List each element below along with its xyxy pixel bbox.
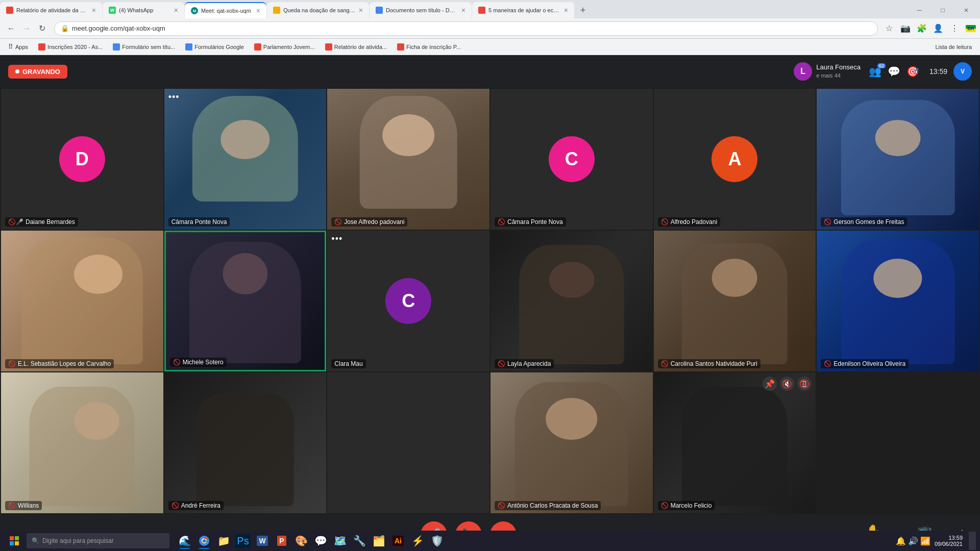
video-cell-marcelo: 📌 🔇 📵 🚫 Marcelo Felicio bbox=[654, 372, 816, 513]
profile-icon[interactable]: 👤 bbox=[931, 21, 945, 36]
taskbar-notifications-icon[interactable]: 🔔 bbox=[896, 536, 906, 546]
muted-icon-daiane: 🚫🎤 bbox=[8, 218, 23, 226]
taskbar-discord-app[interactable]: 💬 bbox=[311, 532, 330, 550]
tab-3-close[interactable]: × bbox=[256, 7, 260, 15]
muted-icon-andre: 🚫 bbox=[172, 502, 179, 509]
activities-icon[interactable]: 🎯 bbox=[906, 65, 919, 78]
bookmark-4[interactable]: Parlamento Jovem... bbox=[250, 41, 319, 53]
muted-icon-marcelo: 🚫 bbox=[661, 502, 669, 509]
recording-badge: GRAVANDO bbox=[8, 65, 67, 79]
taskbar-explorer-app[interactable]: 📁 bbox=[214, 532, 233, 550]
taskbar-powerpoint-app[interactable]: P bbox=[273, 532, 291, 550]
topbar-icons: 👥 62 💬 🎯 13:59 V bbox=[869, 62, 972, 81]
taskbar-word-app[interactable]: W bbox=[253, 532, 272, 550]
bookmark-1[interactable]: Inscrições 2020 - As... bbox=[34, 41, 107, 53]
bookmark-star-icon[interactable]: ☆ bbox=[882, 21, 896, 36]
avatar-daiane: D bbox=[59, 136, 105, 182]
video-off-icon[interactable]: 📵 bbox=[797, 377, 812, 391]
forward-button[interactable]: → bbox=[19, 21, 34, 36]
more-dots-camara1[interactable]: ••• bbox=[168, 92, 180, 103]
tab-5[interactable]: Documento sem título - Docum... × bbox=[370, 2, 472, 18]
muted-icon-carolina: 🚫 bbox=[661, 360, 669, 367]
bookmark-apps[interactable]: ⠿ Apps bbox=[4, 41, 32, 53]
minimize-button[interactable]: ─ bbox=[908, 2, 931, 18]
nav-icons: ☆ 📷 🧩 👤 ⋮ bbox=[882, 21, 962, 36]
taskbar-maps-app[interactable]: 🗺️ bbox=[331, 532, 349, 550]
tab-5-close[interactable]: × bbox=[461, 6, 465, 14]
avatar-camara2: C bbox=[549, 136, 595, 182]
back-button[interactable]: ← bbox=[4, 21, 18, 36]
chrome-icon bbox=[199, 536, 209, 546]
label-alfredo: 🚫 Alfredo Padovani bbox=[658, 217, 720, 227]
label-clara: Clara Mau bbox=[331, 359, 365, 368]
tab-6-close[interactable]: × bbox=[564, 6, 568, 14]
search-magnifier-icon: 🔍 bbox=[32, 537, 39, 544]
tab-1[interactable]: Relatório de atividade da equipe - × bbox=[0, 2, 102, 18]
tab-1-title: Relatório de atividade da equipe - bbox=[16, 7, 89, 13]
muted-icon-gerson: 🚫 bbox=[824, 218, 831, 226]
close-window-button[interactable]: × bbox=[954, 2, 978, 18]
tab-2[interactable]: W (4) WhatsApp × bbox=[103, 2, 184, 18]
host-name: Laura Fonseca bbox=[816, 63, 861, 72]
taskbar-illustrator-app[interactable]: Ai bbox=[389, 532, 407, 550]
taskbar-files-app[interactable]: 🗂️ bbox=[370, 532, 388, 550]
host-info: L Laura Fonseca e mais 44 bbox=[794, 62, 861, 81]
bookmark-reading-list[interactable]: Lista de leitura bbox=[931, 41, 976, 53]
tab-4-close[interactable]: × bbox=[359, 6, 363, 14]
bookmark-3[interactable]: Formulários Google bbox=[181, 41, 248, 53]
start-button[interactable] bbox=[4, 531, 24, 551]
label-willians: 🚫 Willians bbox=[5, 501, 42, 510]
extensions-icon[interactable]: 🧩 bbox=[915, 21, 929, 36]
show-desktop-button[interactable] bbox=[969, 532, 976, 550]
video-cell-clara: C ••• Clara Mau bbox=[327, 231, 489, 371]
label-layla: 🚫 Layla Aparecida bbox=[495, 359, 554, 368]
tab-2-close[interactable]: × bbox=[174, 6, 178, 14]
settings-icon[interactable]: ⋮ bbox=[947, 21, 962, 36]
taskbar-app13[interactable]: ⚡ bbox=[408, 532, 427, 550]
muted-icon-layla: 🚫 bbox=[498, 360, 505, 367]
pin-icon[interactable]: 📌 bbox=[763, 377, 777, 391]
bookmark-2[interactable]: Formulário sem títu... bbox=[109, 41, 179, 53]
tab-4[interactable]: Queda na doação de sangue de- × bbox=[267, 2, 369, 18]
bookmarks-bar: ⠿ Apps Inscrições 2020 - As... Formulári… bbox=[0, 39, 980, 55]
bookmark-6[interactable]: Ficha de inscrição P... bbox=[393, 41, 465, 53]
taskbar-edge-app[interactable]: 🌊 bbox=[176, 532, 194, 550]
taskbar-network-icon[interactable]: 📶 bbox=[920, 536, 930, 546]
video-grid: D 🚫🎤 Daiane Bernardes ••• Câmara Ponte N… bbox=[0, 88, 980, 514]
tab-bar: Relatório de atividade da equipe - × W (… bbox=[0, 0, 980, 18]
taskbar-search[interactable]: 🔍 Digite aqui para pesquisar bbox=[27, 533, 169, 548]
video-cell-sebastiao: 🚫 E.L. Sebastião Lopes de Carvalho bbox=[1, 231, 163, 371]
tab-6[interactable]: 5 maneiras de ajudar o ecossiste... × bbox=[472, 2, 574, 18]
taskbar-antivirus-app[interactable]: 🛡️ bbox=[428, 532, 446, 550]
video-cell-daiane: D 🚫🎤 Daiane Bernardes bbox=[1, 89, 163, 230]
taskbar-photoshop-app[interactable]: Ps bbox=[234, 532, 252, 550]
muted-icon-camara2: 🚫 bbox=[498, 218, 505, 226]
mute-participant-icon[interactable]: 🔇 bbox=[780, 377, 794, 391]
taskbar-app10[interactable]: 🔧 bbox=[350, 532, 369, 550]
more-dots-clara[interactable]: ••• bbox=[331, 234, 342, 244]
muted-icon-michele: 🚫 bbox=[173, 359, 181, 366]
new-tab-button[interactable]: + bbox=[575, 2, 591, 18]
camera-icon[interactable]: 📷 bbox=[898, 21, 913, 36]
taskbar-app7[interactable]: 🎨 bbox=[292, 532, 310, 550]
tab-3[interactable]: M Meet: qat-xobx-uqm × bbox=[185, 2, 266, 18]
video-cell-carolina: 🚫 Carolina Santos Natividade Puri bbox=[654, 231, 816, 371]
video-cell-antonio: 🚫 Antônio Carlos Pracata de Sousa bbox=[491, 372, 653, 513]
tab-1-close[interactable]: × bbox=[92, 6, 96, 14]
user-avatar[interactable]: V bbox=[953, 62, 972, 81]
maximize-button[interactable]: □ bbox=[931, 2, 954, 18]
host-avatar: L bbox=[794, 62, 812, 81]
taskbar-volume-icon[interactable]: 🔊 bbox=[908, 536, 918, 546]
reload-button[interactable]: ↻ bbox=[35, 21, 49, 36]
taskbar-icons-area: 🔔 🔊 📶 bbox=[896, 536, 930, 546]
svg-rect-2 bbox=[10, 541, 14, 545]
taskbar-time-display: 13:59 bbox=[935, 535, 963, 541]
chat-icon[interactable]: 💬 bbox=[888, 65, 900, 78]
participants-icon[interactable]: 👥 62 bbox=[869, 65, 881, 78]
bookmark-5[interactable]: Relatório de ativida... bbox=[321, 41, 391, 53]
video-cell-alfredo: A 🚫 Alfredo Padovani bbox=[654, 89, 816, 230]
taskbar-chrome-app[interactable] bbox=[195, 532, 213, 550]
address-bar[interactable]: 🔒 meet.google.com/qat-xobx-uqm bbox=[54, 21, 878, 36]
navigation-bar: ← → ↻ 🔒 meet.google.com/qat-xobx-uqm ☆ 📷… bbox=[0, 18, 980, 39]
label-camara1: Câmara Ponte Nova bbox=[168, 217, 230, 227]
